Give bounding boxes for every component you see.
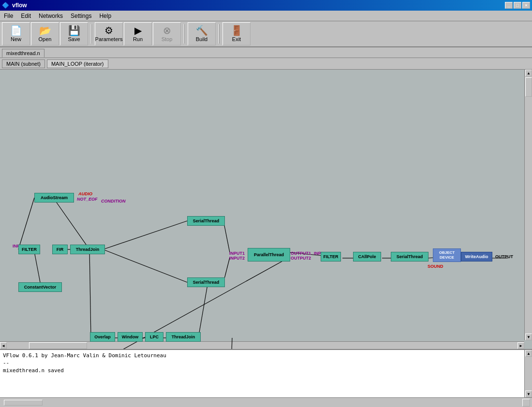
scroll-thumb-horizontal[interactable] [29, 342, 87, 349]
node-parallelthread[interactable]: ParallelThread [248, 248, 290, 262]
new-button[interactable]: 📄 New [2, 22, 30, 45]
scroll-up-arrow[interactable]: ▲ [525, 70, 532, 76]
node-window[interactable]: Window [118, 332, 143, 342]
node-filter1-label: FILTER [22, 247, 37, 252]
save-button[interactable]: 💾 Save [60, 22, 88, 45]
toolbar-separator-3 [219, 24, 220, 44]
breadcrumb-loop[interactable]: MAIN_LOOP (iterator) [47, 59, 108, 68]
network-canvas[interactable]: AudioStream AUDIO NOT_EOF CONDITION INPU… [0, 70, 532, 349]
node-writeaudio[interactable]: WriteAudio [461, 252, 492, 262]
node-object-device[interactable]: OBJECTDEVICE [433, 248, 461, 262]
scroll-left-arrow[interactable]: ◄ [0, 342, 7, 349]
svg-line-5 [103, 249, 187, 282]
node-filter2-label: FILTER [324, 254, 339, 259]
node-lpc1[interactable]: LPC [145, 332, 163, 342]
node-constantvector[interactable]: ConstantVector [18, 282, 62, 292]
menu-file[interactable]: File [0, 12, 17, 20]
svg-line-17 [198, 282, 208, 338]
console-line-3: mixedthread.n saved [3, 367, 529, 374]
save-icon: 💾 [68, 26, 80, 35]
exit-button[interactable]: 🚪 Exit [222, 22, 251, 45]
run-button[interactable]: ▶ Run [124, 22, 152, 45]
menu-edit[interactable]: Edit [17, 12, 35, 20]
node-overlap[interactable]: Overlap [90, 332, 115, 342]
svg-line-4 [103, 221, 187, 249]
breadcrumb-loop-label: MAIN_LOOP (iterator) [51, 61, 104, 67]
menubar: File Edit Networks Settings Help [0, 11, 532, 21]
node-threadjoin2-label: ThreadJoin [172, 334, 195, 339]
scroll-right-arrow[interactable]: ► [517, 342, 524, 349]
node-audiostream-label: AudioStream [41, 195, 68, 200]
node-output-label: OUTPUT [493, 253, 515, 260]
node-audiostream[interactable]: AudioStream [34, 193, 74, 203]
node-sound-label: SOUND [426, 263, 445, 270]
new-icon: 📄 [10, 26, 22, 35]
breadcrumb-bar: MAIN (subnet) MAIN_LOOP (iterator) [0, 58, 532, 70]
app-container: 🔷 vflow _ □ × File Edit Networks Setting… [0, 0, 532, 407]
stop-icon: ⊗ [163, 26, 171, 35]
titlebar-title: vflow [12, 2, 505, 9]
save-label: Save [68, 36, 80, 42]
statusbar [0, 397, 532, 407]
file-tab[interactable]: mixedthread.n [2, 49, 44, 58]
node-overlap-label: Overlap [94, 334, 111, 339]
exit-icon: 🚪 [231, 26, 243, 35]
scroll-down-arrow[interactable]: ▼ [525, 334, 532, 340]
console-area: VFlow 0.6.1 by Jean-Marc Valin & Dominic… [0, 349, 532, 397]
node-serialthread1[interactable]: SerialThread [187, 216, 225, 226]
console-scrollbar[interactable]: ▲ ▼ [524, 350, 532, 397]
node-serialthread2-label: SerialThread [193, 280, 220, 285]
node-lpc1-label: LPC [150, 334, 159, 339]
scrollbar-horizontal[interactable]: ◄ ► [0, 341, 524, 349]
statusbar-thumb [4, 400, 43, 406]
toolbar-separator-1 [91, 24, 92, 44]
node-output2-label: OUTPUT2 [289, 255, 313, 262]
open-label: Open [39, 36, 52, 42]
exit-label: Exit [232, 36, 241, 42]
node-filter2[interactable]: FILTER [321, 252, 341, 262]
parameters-icon: ⚙ [104, 26, 113, 35]
scrollbar-vertical[interactable]: ▲ ▼ [524, 70, 532, 340]
node-noteof-label: NOT_EOF [75, 196, 100, 203]
node-filter1[interactable]: FILTER [18, 245, 40, 254]
new-label: New [11, 36, 21, 42]
run-icon: ▶ [134, 26, 142, 35]
breadcrumb-main[interactable]: MAIN (subnet) [2, 59, 45, 68]
titlebar-buttons: _ □ × [505, 2, 530, 9]
node-threadjoin1[interactable]: ThreadJoin [70, 245, 105, 254]
node-window-label: Window [122, 334, 138, 339]
node-object-device-label: OBJECTDEVICE [439, 250, 455, 261]
node-serialthread3[interactable]: SerialThread [391, 252, 429, 262]
minimize-button[interactable]: _ [505, 2, 513, 9]
titlebar: 🔷 vflow _ □ × [0, 0, 532, 11]
menu-settings[interactable]: Settings [67, 12, 95, 20]
maximize-button[interactable]: □ [514, 2, 521, 9]
console-text: VFlow 0.6.1 by Jean-Marc Valin & Dominic… [0, 350, 532, 376]
canvas-wrapper[interactable]: AudioStream AUDIO NOT_EOF CONDITION INPU… [0, 70, 532, 349]
open-button[interactable]: 📂 Open [31, 22, 59, 45]
node-serialthread2[interactable]: SerialThread [187, 277, 225, 287]
node-condition-label: CONDITION [99, 198, 128, 204]
stop-button[interactable]: ⊗ Stop [153, 22, 181, 45]
parameters-button[interactable]: ⚙ Parameters [95, 22, 123, 45]
menu-help[interactable]: Help [95, 12, 115, 20]
build-button[interactable]: 🔨 Build [188, 22, 216, 45]
console-line-1: VFlow 0.6.1 by Jean-Marc Valin & Dominic… [3, 352, 529, 359]
menu-networks[interactable]: Networks [35, 12, 67, 20]
scroll-thumb-vertical[interactable] [525, 77, 532, 97]
node-callpole[interactable]: CAllPole [353, 252, 381, 262]
node-threadjoin2[interactable]: ThreadJoin [166, 332, 201, 342]
node-input2-label: INPUT2 [227, 255, 247, 262]
file-tab-label: mixedthread.n [6, 50, 40, 56]
close-button[interactable]: × [522, 2, 530, 9]
console-scroll-down[interactable]: ▼ [525, 391, 532, 397]
open-icon: 📂 [39, 26, 51, 35]
parameters-label: Parameters [95, 36, 123, 42]
resize-handle[interactable] [522, 399, 530, 407]
stop-label: Stop [162, 36, 173, 42]
node-fir1[interactable]: FIR [52, 245, 68, 254]
node-callpole-label: CAllPole [358, 254, 376, 259]
console-scroll-up[interactable]: ▲ [525, 350, 532, 357]
svg-line-0 [18, 198, 34, 249]
build-icon: 🔨 [196, 26, 208, 35]
